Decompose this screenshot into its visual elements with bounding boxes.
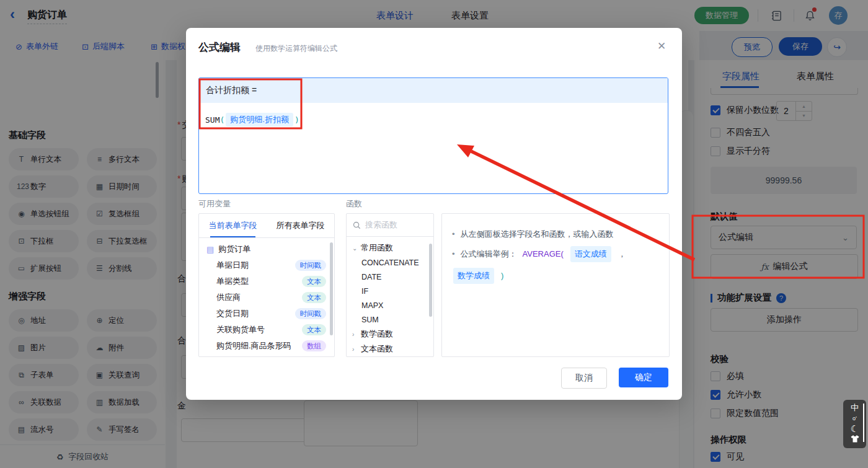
variable-row[interactable]: 供应商文本 [199,289,334,306]
function-group-label: 文本函数 [361,343,393,355]
modal-title: 公式编辑 [198,40,241,55]
variable-name: 单据类型 [216,276,249,287]
type-badge: 时间戳 [295,260,327,271]
tab-current-form-fields[interactable]: 当前表单字段 [199,214,267,237]
variable-row[interactable]: 单据日期时间戳 [199,257,334,273]
type-badge: 文本 [302,324,326,335]
variables-panel: 当前表单字段 所有表单字段 ▤购货订单单据日期时间戳单据类型文本供应商文本交货日… [198,213,335,357]
function-search-input[interactable]: 搜索函数 [347,214,433,237]
variable-name: 关联购货单号 [216,324,265,335]
variable-row[interactable]: 交货日期时间戳 [199,306,334,322]
widget-scrollbar [863,404,864,442]
confirm-button[interactable]: 确定 [619,368,668,387]
example-chip-1: 语文成绩 [570,246,611,262]
function-group-row[interactable]: ⌄常用函数 [347,241,433,255]
search-placeholder: 搜索函数 [365,219,397,231]
example-function: AVERAGE( [523,247,564,261]
variable-tabs: 当前表单字段 所有表单字段 [199,214,334,238]
variable-chip[interactable]: 购货明细.折扣额 [226,113,293,126]
type-badge: 数组 [302,340,326,351]
type-badge: 文本 [302,292,326,303]
ime-chinese-icon[interactable]: 中 [851,404,859,412]
variables-section-label: 可用变量 [198,198,231,210]
function-group-row[interactable]: ›数学函数 [347,327,433,342]
tab-all-form-fields[interactable]: 所有表单字段 [267,214,334,237]
tshirt-theme-icon[interactable] [851,435,859,444]
modal-subtitle: 使用数学运算符编辑公式 [255,43,337,54]
example-comma: ， [618,247,626,261]
formula-expression: SUM( 购货明细.折扣额 ) [205,113,668,126]
type-badge: 文本 [302,276,326,287]
formula-editor[interactable]: 合计折扣额 = SUM( 购货明细.折扣额 ) [198,77,668,194]
tip-line-2: • 公式编辑举例： AVERAGE( 语文成绩 ， 数学成绩 ) [452,246,659,284]
function-group-label: 常用函数 [361,242,393,254]
variable-row[interactable]: 关联购货单号文本 [199,322,334,338]
variable-row[interactable]: 单据类型文本 [199,273,334,289]
function-group-label: 数学函数 [361,329,393,340]
functions-section-label: 函数 [346,198,362,210]
bullet: • [452,227,455,241]
cancel-button[interactable]: 取消 [561,368,607,389]
function-group-row[interactable]: ›文本函数 [347,342,433,356]
functions-scrollbar[interactable] [429,244,432,317]
cursor-tool-icon[interactable]: o’ [852,414,857,423]
app-root: ‹ 购货订单 表单设计 表单设置 数据管理 存 ⊘表单外链⊡后端脚本⊞数据权限 … [0,0,868,468]
chevron-down-icon: ⌄ [352,245,358,252]
variable-name: 购货明细.商品条形码 [216,340,291,351]
tip-text: 从左侧面板选择字段名和函数，或输入函数 [461,227,614,241]
formula-target-label: 合计折扣额 = [199,78,668,103]
function-item-IF[interactable]: IF [347,284,433,298]
close-icon[interactable]: ✕ [657,40,666,53]
function-item-SUM[interactable]: SUM [347,312,433,327]
chevron-right-icon: › [352,346,358,353]
paren-open: ( [219,115,224,125]
variable-name: 交货日期 [216,308,249,319]
function-tree: ⌄常用函数CONCATENATEDATEIFMAPXSUM›数学函数›文本函数 [347,237,433,356]
variables-scrollbar[interactable] [330,242,333,335]
tips-panel: • 从左侧面板选择字段名和函数，或输入函数 • 公式编辑举例： AVERAGE(… [441,213,670,357]
text-cursor [301,115,302,125]
formula-edit-modal: 公式编辑 使用数学运算符编辑公式 ✕ 合计折扣额 = SUM( 购货明细.折扣额… [186,28,682,400]
type-badge: 时间戳 [295,308,327,319]
dark-mode-moon-icon[interactable]: ☾ [851,425,859,433]
paren-close: ) [294,115,299,125]
chevron-right-icon: › [352,331,358,338]
tree-root-label: 购货订单 [218,244,250,255]
tip-example-prefix: 公式编辑举例： [461,247,517,261]
variable-row[interactable]: 购货明细.商品条形码数组 [199,338,334,354]
form-file-icon: ▤ [206,245,214,254]
function-item-CONCATENATE[interactable]: CONCATENATE [347,255,433,270]
tree-root-row[interactable]: ▤购货订单 [199,241,334,257]
search-icon [353,221,361,229]
functions-panel: 搜索函数 ⌄常用函数CONCATENATEDATEIFMAPXSUM›数学函数›… [346,213,434,357]
tip-line-1: • 从左侧面板选择字段名和函数，或输入函数 [452,227,659,241]
function-item-DATE[interactable]: DATE [347,270,433,284]
variable-tree: ▤购货订单单据日期时间戳单据类型文本供应商文本交货日期时间戳关联购货单号文本购货… [199,238,334,354]
example-close-paren: ) [501,269,503,283]
variable-name: 供应商 [216,292,241,303]
function-name: SUM [205,115,219,125]
example-chip-2: 数学成绩 [453,268,494,284]
function-item-MAPX[interactable]: MAPX [347,298,433,312]
variable-name: 单据日期 [216,260,249,271]
bullet: • [452,247,455,261]
